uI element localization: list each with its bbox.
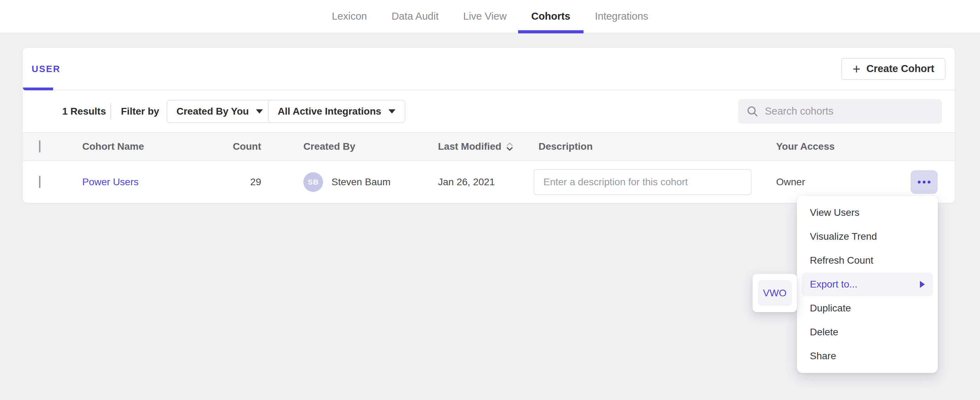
header-last-modified-label: Last Modified bbox=[438, 141, 501, 152]
row-actions-menu: View Users Visualize Trend Refresh Count… bbox=[797, 196, 938, 373]
create-cohort-button[interactable]: + Create Cohort bbox=[841, 58, 945, 80]
nav-tab-label: Data Audit bbox=[391, 11, 439, 22]
cohorts-page: Lexicon Data Audit Live View Cohorts Int… bbox=[0, 0, 980, 400]
header-created-by: Created By bbox=[303, 141, 355, 152]
search-box bbox=[738, 99, 942, 124]
plus-icon: + bbox=[853, 62, 860, 76]
nav-tabs: Lexicon Data Audit Live View Cohorts Int… bbox=[328, 0, 652, 33]
top-nav: Lexicon Data Audit Live View Cohorts Int… bbox=[0, 0, 980, 33]
header-cohort-name: Cohort Name bbox=[82, 141, 144, 152]
menu-item-label: Duplicate bbox=[810, 303, 851, 314]
header-last-modified: Last Modified bbox=[438, 141, 514, 152]
nav-tab-cohorts[interactable]: Cohorts bbox=[527, 0, 574, 33]
menu-item-export-to[interactable]: Export to... bbox=[802, 273, 933, 296]
menu-item-label: Export to... bbox=[810, 279, 858, 290]
caret-down-icon bbox=[256, 109, 263, 113]
menu-item-label: Visualize Trend bbox=[810, 231, 877, 242]
create-cohort-label: Create Cohort bbox=[867, 63, 934, 75]
filter-by-label: Filter by bbox=[121, 106, 159, 117]
last-modified-date: Jan 26, 2021 bbox=[438, 177, 495, 188]
created-by-dropdown-value: Created By You bbox=[177, 106, 249, 117]
access-value: Owner bbox=[776, 177, 805, 188]
menu-item-label: Delete bbox=[810, 327, 838, 338]
description-input[interactable] bbox=[534, 169, 751, 195]
avatar: SB bbox=[303, 172, 323, 192]
submenu-item-vwo[interactable]: VWO bbox=[758, 280, 792, 306]
cohort-name-link[interactable]: Power Users bbox=[82, 177, 138, 188]
created-by-cell: SB Steven Baum bbox=[303, 172, 391, 192]
filter-row: 1 Results Filter by Created By You All A… bbox=[23, 90, 955, 132]
menu-item-share[interactable]: Share bbox=[802, 344, 933, 368]
menu-item-view-users[interactable]: View Users bbox=[802, 201, 933, 225]
integrations-dropdown-value: All Active Integrations bbox=[278, 106, 381, 117]
nav-tab-data-audit[interactable]: Data Audit bbox=[387, 0, 443, 33]
header-description: Description bbox=[539, 141, 593, 152]
nav-tab-label: Live View bbox=[463, 11, 507, 22]
sort-chevrons-icon[interactable] bbox=[506, 142, 514, 151]
cohorts-panel: USER + Create Cohort 1 Results Filter by… bbox=[22, 48, 955, 203]
menu-item-label: View Users bbox=[810, 207, 859, 218]
menu-item-label: Refresh Count bbox=[810, 255, 873, 266]
menu-item-visualize-trend[interactable]: Visualize Trend bbox=[802, 225, 933, 249]
search-icon bbox=[746, 105, 759, 117]
caret-down-icon bbox=[388, 109, 395, 113]
panel-tab-row: USER + Create Cohort bbox=[23, 48, 955, 90]
ellipsis-icon bbox=[918, 181, 931, 183]
row-actions-button[interactable] bbox=[911, 171, 937, 194]
tab-user[interactable]: USER bbox=[32, 63, 60, 74]
export-submenu: VWO bbox=[752, 274, 797, 312]
vertical-divider bbox=[110, 104, 111, 120]
search-cohorts-input[interactable] bbox=[765, 105, 934, 117]
table-header-row: Cohort Name Count Created By Last Modifi… bbox=[23, 132, 955, 161]
nav-tab-lexicon[interactable]: Lexicon bbox=[328, 0, 371, 33]
created-by-name: Steven Baum bbox=[331, 177, 391, 188]
menu-item-duplicate[interactable]: Duplicate bbox=[802, 296, 933, 320]
select-all-checkbox[interactable] bbox=[39, 140, 40, 153]
user-tab-underline bbox=[23, 88, 53, 90]
integrations-dropdown[interactable]: All Active Integrations bbox=[268, 100, 405, 123]
nav-tab-label: Lexicon bbox=[332, 11, 367, 22]
nav-tab-integrations[interactable]: Integrations bbox=[591, 0, 653, 33]
header-count: Count bbox=[202, 141, 261, 152]
cohort-count: 29 bbox=[202, 177, 261, 188]
menu-item-refresh-count[interactable]: Refresh Count bbox=[802, 249, 933, 273]
menu-item-label: Share bbox=[810, 351, 836, 362]
nav-tab-label: Integrations bbox=[595, 11, 649, 22]
header-your-access: Your Access bbox=[776, 141, 835, 152]
nav-tab-live-view[interactable]: Live View bbox=[459, 0, 511, 33]
active-tab-underline bbox=[518, 30, 584, 33]
row-checkbox[interactable] bbox=[39, 176, 40, 188]
triangle-right-icon bbox=[920, 281, 925, 288]
nav-tab-label: Cohorts bbox=[531, 11, 570, 22]
menu-item-delete[interactable]: Delete bbox=[802, 320, 933, 344]
created-by-dropdown[interactable]: Created By You bbox=[167, 100, 273, 123]
results-count: 1 Results bbox=[62, 106, 106, 117]
